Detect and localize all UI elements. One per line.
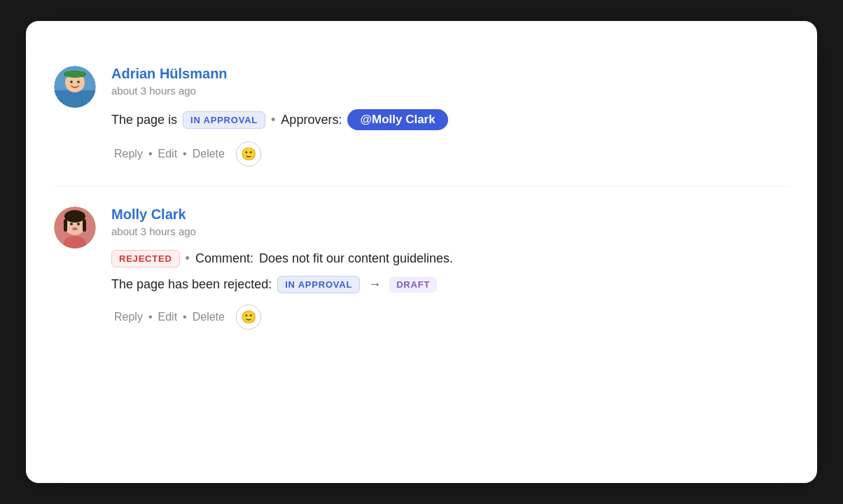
svg-point-12 bbox=[70, 223, 73, 225]
emoji-reaction-button[interactable]: 🙂 bbox=[236, 141, 261, 167]
rejection-prefix: The page has been rejected: bbox=[111, 277, 272, 292]
emoji-icon: 🙂 bbox=[241, 309, 256, 325]
rejected-badge: REJECTED bbox=[111, 250, 180, 267]
dot-separator: • bbox=[271, 113, 275, 127]
comment-label: Comment: bbox=[195, 251, 253, 266]
timestamp: about 3 hours ago bbox=[111, 225, 789, 237]
edit-button[interactable]: Edit bbox=[155, 146, 181, 162]
comments-card: Adrian Hülsmann about 3 hours ago The pa… bbox=[26, 21, 817, 483]
rejection-content: REJECTED • Comment: Does not fit our con… bbox=[111, 250, 789, 267]
author-name: Molly Clark bbox=[111, 206, 789, 223]
author-name: Adrian Hülsmann bbox=[111, 66, 789, 82]
mention-tag[interactable]: @Molly Clark bbox=[347, 109, 447, 130]
dot-separator: • bbox=[186, 251, 190, 266]
approvers-label: Approvers: bbox=[281, 113, 342, 127]
svg-point-5 bbox=[70, 80, 73, 83]
svg-rect-11 bbox=[83, 219, 86, 232]
comment-item: Adrian Hülsmann about 3 hours ago The pa… bbox=[54, 46, 789, 186]
comment-actions: Reply • Edit • Delete 🙂 bbox=[111, 141, 789, 167]
comment-header: Molly Clark about 3 hours ago bbox=[111, 206, 789, 237]
svg-rect-10 bbox=[64, 219, 67, 232]
avatar bbox=[54, 66, 96, 108]
comment-header: Adrian Hülsmann about 3 hours ago bbox=[111, 66, 789, 97]
delete-button[interactable]: Delete bbox=[190, 146, 228, 162]
rejection-comment-text: Does not fit our content guidelines. bbox=[259, 251, 453, 266]
delete-button[interactable]: Delete bbox=[190, 309, 228, 325]
edit-button[interactable]: Edit bbox=[155, 309, 181, 325]
svg-point-9 bbox=[64, 210, 85, 223]
arrow: → bbox=[368, 277, 381, 292]
to-status-badge: DRAFT bbox=[389, 276, 437, 293]
svg-point-14 bbox=[72, 227, 78, 230]
comment-body: Molly Clark about 3 hours ago REJECTED •… bbox=[111, 206, 789, 330]
emoji-icon: 🙂 bbox=[241, 146, 256, 162]
timestamp: about 3 hours ago bbox=[111, 85, 789, 97]
rejection-transition: The page has been rejected: IN APPROVAL … bbox=[111, 276, 789, 293]
svg-rect-1 bbox=[54, 90, 96, 108]
emoji-reaction-button[interactable]: 🙂 bbox=[236, 304, 261, 330]
comment-item: Molly Clark about 3 hours ago REJECTED •… bbox=[54, 186, 789, 349]
svg-rect-4 bbox=[65, 71, 85, 77]
comment-content: The page is IN APPROVAL • Approvers: @Mo… bbox=[111, 109, 789, 130]
from-status-badge: IN APPROVAL bbox=[277, 276, 360, 293]
reply-button[interactable]: Reply bbox=[111, 146, 146, 162]
status-badge-in-approval: IN APPROVAL bbox=[183, 111, 265, 129]
avatar bbox=[54, 206, 96, 248]
comment-body: Adrian Hülsmann about 3 hours ago The pa… bbox=[111, 66, 789, 167]
reply-button[interactable]: Reply bbox=[111, 309, 146, 325]
content-prefix: The page is bbox=[111, 113, 177, 127]
svg-point-13 bbox=[77, 223, 80, 225]
svg-point-6 bbox=[77, 80, 80, 83]
comment-actions: Reply • Edit • Delete 🙂 bbox=[111, 304, 789, 330]
